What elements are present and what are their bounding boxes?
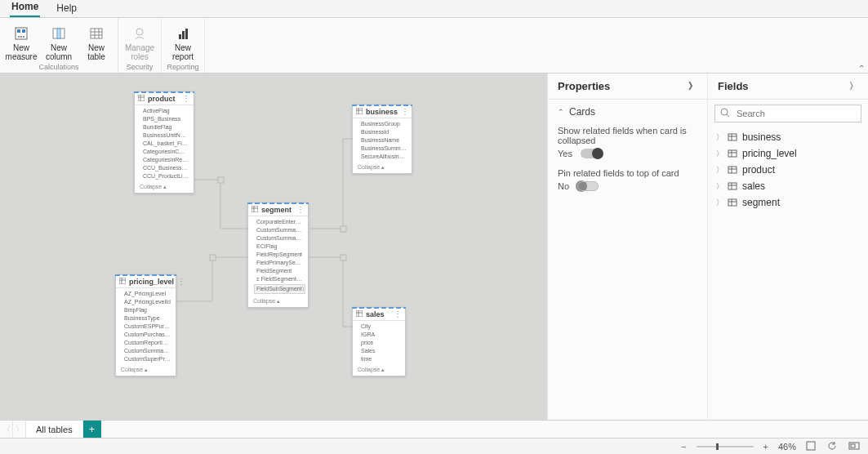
field[interactable]: ECIFlag: [256, 243, 303, 251]
field[interactable]: BundleFlag: [143, 123, 189, 131]
new-column-button[interactable]: New column: [42, 24, 75, 61]
menu-help[interactable]: Help: [55, 0, 78, 17]
field[interactable]: CategoriesinRetail: [143, 156, 189, 164]
card-menu-icon[interactable]: ⋮: [394, 309, 402, 318]
new-table-button[interactable]: New table: [80, 24, 113, 61]
svg-rect-18: [341, 226, 346, 232]
field[interactable]: CorporateEnterpriseFlag: [256, 218, 303, 226]
section-caret-icon[interactable]: ⌃: [558, 108, 564, 116]
field[interactable]: CustomSummarySegment: [256, 234, 303, 243]
field[interactable]: CCU_ProductLicensesAndServices: [143, 172, 189, 180]
zoom-in-button[interactable]: +: [762, 442, 770, 452]
collapse-panel-icon[interactable]: 〉: [849, 80, 858, 92]
svg-rect-21: [138, 95, 145, 101]
svg-rect-50: [728, 199, 737, 206]
svg-rect-1: [17, 29, 20, 33]
field[interactable]: FieldRepSegment: [256, 251, 303, 259]
card-menu-icon[interactable]: ⋮: [182, 94, 190, 103]
field[interactable]: CustomSummaryPurchaseType: [124, 347, 171, 355]
table-card-pricing-level[interactable]: pricing_level ⋮ AZ_PricingLevel AZ_Prici…: [115, 274, 176, 376]
expand-caret-icon[interactable]: 〉: [716, 132, 723, 143]
svg-point-5: [23, 36, 24, 38]
svg-rect-19: [210, 255, 216, 260]
collapse-panel-icon[interactable]: 》: [688, 80, 697, 92]
fit-to-screen-icon[interactable]: [804, 441, 817, 452]
expand-caret-icon[interactable]: 〉: [716, 198, 723, 208]
field[interactable]: Σ FieldSegmentType: [256, 275, 303, 283]
field[interactable]: BusinessType: [124, 314, 171, 323]
show-related-toggle[interactable]: [581, 149, 602, 158]
table-card-segment[interactable]: segment ⋮ CorporateEnterpriseFlag Custom…: [247, 203, 309, 308]
field[interactable]: City: [361, 323, 400, 331]
svg-rect-24: [356, 108, 363, 114]
field[interactable]: CustomSuperPricingLevel: [124, 355, 171, 363]
model-canvas[interactable]: product ⋮ ActiveFlag BPS_Business Bundle…: [0, 73, 548, 420]
fields-search[interactable]: [714, 105, 861, 122]
new-report-button[interactable]: New report: [167, 24, 199, 61]
field[interactable]: IGRA: [361, 331, 400, 339]
expand-caret-icon[interactable]: 〉: [716, 181, 723, 192]
field-selected[interactable]: FieldSubSegment⟩: [254, 284, 305, 294]
field[interactable]: CustomPurchaseType: [124, 331, 171, 339]
search-input[interactable]: [735, 108, 856, 119]
table-card-sales[interactable]: sales ⋮ City IGRA price Sales time Colla…: [352, 307, 406, 376]
collapse-link[interactable]: Collapse: [248, 296, 308, 307]
field[interactable]: CustomReportingSummaryPurc...: [124, 339, 171, 347]
card-menu-icon[interactable]: ⋮: [177, 277, 185, 286]
field[interactable]: Sales: [361, 347, 400, 355]
new-measure-button[interactable]: New measure: [5, 24, 38, 61]
field[interactable]: time: [361, 355, 400, 363]
fields-table-sales[interactable]: 〉 sales: [711, 178, 865, 194]
collapse-link[interactable]: Collapse: [353, 162, 412, 173]
field[interactable]: ActiveFlag: [143, 107, 189, 115]
field[interactable]: AZ_PricingLevelId: [124, 298, 171, 306]
field[interactable]: BmpFlag: [124, 306, 171, 314]
field[interactable]: FieldSegment: [256, 267, 303, 275]
field[interactable]: CustomSummarySector: [256, 226, 303, 234]
ribbon-collapse-caret-icon[interactable]: ⌃: [858, 64, 865, 73]
zoom-out-button[interactable]: −: [679, 442, 688, 452]
field[interactable]: CategoriesinCRMField: [143, 148, 189, 156]
collapse-link[interactable]: Collapse: [116, 365, 176, 376]
manage-roles-button[interactable]: Manage roles: [123, 24, 156, 61]
report-icon: [176, 26, 190, 41]
field[interactable]: BusinessName: [361, 136, 407, 145]
table-card-product[interactable]: product ⋮ ActiveFlag BPS_Business Bundle…: [134, 91, 194, 194]
tab-all-tables[interactable]: All tables: [26, 421, 83, 438]
table-card-business[interactable]: business ⋮ BusinessGroup BusinessId Busi…: [352, 105, 412, 174]
zoom-slider[interactable]: [697, 446, 754, 447]
properties-panel: Properties 》 ⌃ Cards Show related fields…: [548, 73, 708, 420]
fields-table-pricing-level[interactable]: 〉 pricing_level: [711, 145, 865, 162]
field[interactable]: AZ_PricingLevel: [124, 290, 171, 298]
fields-table-product[interactable]: 〉 product: [711, 162, 865, 178]
present-icon[interactable]: [847, 441, 861, 452]
field[interactable]: BusinessSummaryName: [361, 145, 407, 153]
tab-prev-icon[interactable]: 〈: [0, 421, 13, 438]
field[interactable]: FieldPrimarySegment: [256, 259, 303, 267]
tab-add-button[interactable]: +: [83, 421, 101, 438]
collapse-link[interactable]: Collapse: [135, 182, 194, 193]
svg-rect-27: [251, 206, 258, 212]
collapse-link[interactable]: Collapse: [353, 365, 405, 376]
fields-table-segment[interactable]: 〉 segment: [711, 194, 865, 211]
field[interactable]: BPS_Business: [143, 115, 189, 123]
field[interactable]: BusinessUnitName: [143, 131, 189, 140]
tab-next-icon[interactable]: 〉: [13, 421, 26, 438]
card-menu-icon[interactable]: ⋮: [401, 107, 409, 116]
card-fields: CorporateEnterpriseFlag CustomSummarySec…: [248, 216, 308, 296]
table-icon: [728, 165, 737, 175]
refresh-icon[interactable]: [826, 441, 839, 452]
menu-home[interactable]: Home: [10, 0, 40, 17]
field[interactable]: BusinessId: [361, 128, 407, 136]
field[interactable]: price: [361, 339, 400, 347]
pin-related-toggle[interactable]: [577, 181, 599, 191]
expand-caret-icon[interactable]: 〉: [716, 149, 723, 159]
field[interactable]: CAL_basket_Files: [143, 140, 189, 148]
card-menu-icon[interactable]: ⋮: [296, 205, 305, 214]
field[interactable]: CustomESPPurchaseType: [124, 323, 171, 331]
field[interactable]: BusinessGroup: [361, 120, 407, 128]
field[interactable]: SecureAllbusiness: [361, 153, 407, 161]
expand-caret-icon[interactable]: 〉: [716, 165, 723, 176]
fields-table-business[interactable]: 〉 business: [711, 129, 865, 145]
field[interactable]: CCU_BusinessUnit: [143, 164, 189, 172]
